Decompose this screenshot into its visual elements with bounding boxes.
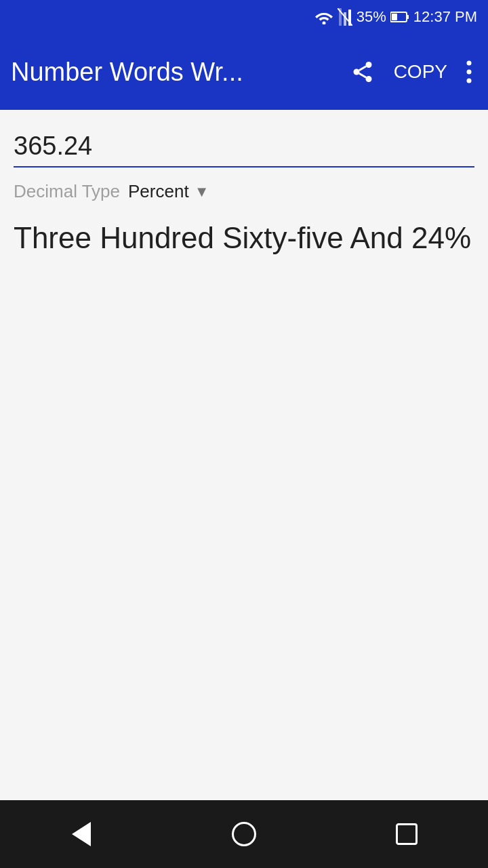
status-icons: 35% 12:37 PM bbox=[314, 8, 477, 26]
svg-point-10 bbox=[365, 76, 371, 82]
svg-rect-6 bbox=[407, 15, 409, 19]
app-bar: Number Words Wr... COPY bbox=[0, 34, 488, 110]
recents-icon bbox=[396, 823, 418, 845]
svg-point-8 bbox=[365, 62, 371, 68]
number-input-wrapper bbox=[14, 126, 474, 167]
app-title: Number Words Wr... bbox=[11, 58, 337, 87]
svg-point-13 bbox=[467, 61, 472, 66]
signal-icon bbox=[338, 8, 352, 26]
svg-point-9 bbox=[353, 69, 359, 75]
svg-point-0 bbox=[322, 22, 325, 25]
more-options-button[interactable] bbox=[461, 54, 477, 90]
share-button[interactable] bbox=[345, 54, 380, 90]
svg-point-15 bbox=[467, 79, 472, 83]
time-text: 12:37 PM bbox=[413, 8, 477, 26]
number-input[interactable] bbox=[14, 126, 474, 166]
decimal-type-select[interactable]: Percent ▼ bbox=[128, 181, 209, 202]
more-options-icon bbox=[466, 60, 472, 84]
battery-text: 35% bbox=[357, 8, 386, 26]
copy-button[interactable]: COPY bbox=[388, 56, 453, 88]
decimal-type-label: Decimal Type bbox=[14, 181, 120, 202]
bottom-navigation bbox=[0, 800, 488, 868]
wifi-icon bbox=[314, 9, 333, 24]
decimal-type-value: Percent bbox=[128, 181, 189, 202]
share-icon bbox=[350, 60, 375, 84]
result-text: Three Hundred Sixty-five And 24% bbox=[14, 218, 474, 257]
decimal-type-row: Decimal Type Percent ▼ bbox=[14, 181, 474, 202]
home-icon bbox=[232, 822, 256, 846]
svg-line-11 bbox=[359, 73, 366, 77]
svg-rect-7 bbox=[392, 14, 397, 20]
back-button[interactable] bbox=[54, 807, 108, 861]
back-icon bbox=[72, 822, 91, 846]
status-bar: 35% 12:37 PM bbox=[0, 0, 488, 34]
main-content: Decimal Type Percent ▼ Three Hundred Six… bbox=[0, 110, 488, 268]
home-button[interactable] bbox=[217, 807, 271, 861]
dropdown-arrow-icon: ▼ bbox=[195, 183, 209, 201]
battery-icon bbox=[390, 11, 409, 23]
svg-point-14 bbox=[467, 70, 472, 75]
recents-button[interactable] bbox=[380, 807, 434, 861]
svg-line-12 bbox=[359, 66, 366, 71]
